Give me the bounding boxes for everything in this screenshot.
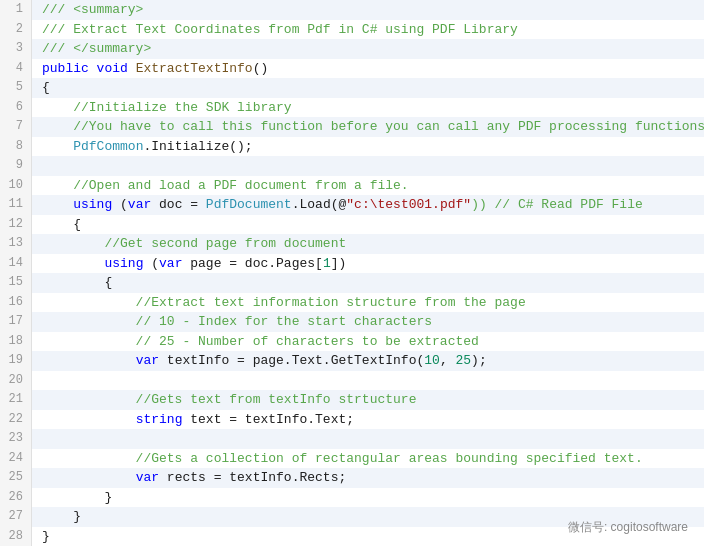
line-number: 21 — [0, 390, 32, 410]
line-number: 5 — [0, 78, 32, 98]
line-number: 6 — [0, 98, 32, 118]
code-token: { — [42, 275, 112, 290]
code-token — [42, 412, 136, 427]
line-number: 28 — [0, 527, 32, 547]
code-token: string — [136, 412, 183, 427]
code-line: 16 //Extract text information structure … — [0, 293, 704, 313]
line-number: 22 — [0, 410, 32, 430]
code-token: // 25 - Number of characters to be extra… — [42, 334, 479, 349]
line-content: /// Extract Text Coordinates from Pdf in… — [32, 20, 704, 40]
code-token: PdfCommon — [73, 139, 143, 154]
line-content: } — [32, 488, 704, 508]
code-line: 4public void ExtractTextInfo() — [0, 59, 704, 79]
line-number: 27 — [0, 507, 32, 527]
line-content: /// <summary> — [32, 0, 704, 20]
code-token: ); — [471, 353, 487, 368]
code-token — [42, 139, 73, 154]
line-content: //Open and load a PDF document from a fi… — [32, 176, 704, 196]
code-line: 11 using (var doc = PdfDocument.Load(@"c… — [0, 195, 704, 215]
code-token: ExtractTextInfo — [136, 61, 253, 76]
code-token: // 10 - Index for the start characters — [42, 314, 432, 329]
line-number: 8 — [0, 137, 32, 157]
code-token: ( — [143, 256, 159, 271]
code-token: var — [159, 256, 182, 271]
code-token: )) // C# Read PDF File — [471, 197, 643, 212]
line-content: //Initialize the SDK library — [32, 98, 704, 118]
code-token: var — [136, 353, 159, 368]
code-token: /// Extract Text Coordinates from Pdf in… — [42, 22, 518, 37]
code-line: 3/// </summary> — [0, 39, 704, 59]
code-token: "c:\test001.pdf" — [346, 197, 471, 212]
code-token: //Gets text from textInfo strtucture — [42, 392, 416, 407]
code-line: 26 } — [0, 488, 704, 508]
code-token: { — [42, 217, 81, 232]
code-token — [42, 256, 104, 271]
code-line: 23 — [0, 429, 704, 449]
line-number: 12 — [0, 215, 32, 235]
line-number: 25 — [0, 468, 32, 488]
code-line: 8 PdfCommon.Initialize(); — [0, 137, 704, 157]
line-content — [32, 371, 704, 391]
code-token: doc = — [151, 197, 206, 212]
line-content: using (var page = doc.Pages[1]) — [32, 254, 704, 274]
line-number: 20 — [0, 371, 32, 391]
code-token: ( — [112, 197, 128, 212]
code-token: //Open and load a PDF document from a fi… — [42, 178, 409, 193]
line-number: 24 — [0, 449, 32, 469]
line-content: //You have to call this function before … — [32, 117, 704, 137]
line-number: 16 — [0, 293, 32, 313]
line-content: /// </summary> — [32, 39, 704, 59]
line-content — [32, 429, 704, 449]
line-content: //Gets a collection of rectangular areas… — [32, 449, 704, 469]
code-token: } — [42, 490, 112, 505]
code-token: PdfDocument — [206, 197, 292, 212]
code-token: 10 — [424, 353, 440, 368]
code-token: //Extract text information structure fro… — [42, 295, 526, 310]
code-token: page = doc.Pages[ — [182, 256, 322, 271]
watermark-text: 微信号: cogitosoftware — [568, 519, 688, 536]
code-token: /// <summary> — [42, 2, 143, 17]
code-token: var — [128, 197, 151, 212]
code-line: 22 string text = textInfo.Text; — [0, 410, 704, 430]
code-token: void — [97, 61, 136, 76]
code-token — [42, 197, 73, 212]
code-line: 20 — [0, 371, 704, 391]
line-number: 26 — [0, 488, 32, 508]
code-token: using — [104, 256, 143, 271]
code-token: 1 — [323, 256, 331, 271]
line-content: //Extract text information structure fro… — [32, 293, 704, 313]
line-number: 17 — [0, 312, 32, 332]
code-line: 24 //Gets a collection of rectangular ar… — [0, 449, 704, 469]
line-content: //Get second page from document — [32, 234, 704, 254]
line-content: using (var doc = PdfDocument.Load(@"c:\t… — [32, 195, 704, 215]
code-line: 25 var rects = textInfo.Rects; — [0, 468, 704, 488]
line-content: var textInfo = page.Text.GetTextInfo(10,… — [32, 351, 704, 371]
line-content: { — [32, 215, 704, 235]
code-line: 15 { — [0, 273, 704, 293]
code-line: 9 — [0, 156, 704, 176]
code-line: 12 { — [0, 215, 704, 235]
code-line: 1/// <summary> — [0, 0, 704, 20]
code-line: 14 using (var page = doc.Pages[1]) — [0, 254, 704, 274]
code-token: } — [42, 509, 81, 524]
code-line: 13 //Get second page from document — [0, 234, 704, 254]
line-content: //Gets text from textInfo strtucture — [32, 390, 704, 410]
line-content: string text = textInfo.Text; — [32, 410, 704, 430]
code-token: { — [42, 80, 50, 95]
code-token: //You have to call this function before … — [42, 119, 704, 134]
code-line: 6 //Initialize the SDK library — [0, 98, 704, 118]
line-number: 14 — [0, 254, 32, 274]
line-number: 9 — [0, 156, 32, 176]
code-token: .Initialize(); — [143, 139, 252, 154]
code-token: //Initialize the SDK library — [42, 100, 292, 115]
code-token: /// </summary> — [42, 41, 151, 56]
line-number: 13 — [0, 234, 32, 254]
line-number: 18 — [0, 332, 32, 352]
code-line: 21 //Gets text from textInfo strtucture — [0, 390, 704, 410]
code-token: rects = textInfo.Rects; — [159, 470, 346, 485]
code-token: } — [42, 529, 50, 544]
code-token: () — [253, 61, 269, 76]
line-content — [32, 156, 704, 176]
line-number: 4 — [0, 59, 32, 79]
code-token: textInfo = page.Text.GetTextInfo( — [159, 353, 424, 368]
